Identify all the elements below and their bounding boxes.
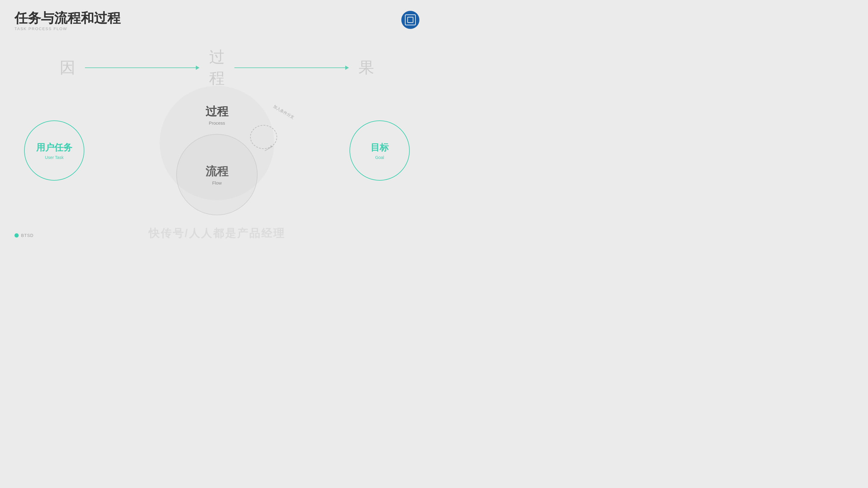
arrow-line-1 [85,67,196,68]
flow-inner-circle: 流程 Flow [176,134,257,215]
logo-icon [405,14,416,25]
footer-dot [14,233,19,237]
goal-en: Goal [375,155,384,160]
footer: BTSD [14,233,33,238]
user-task-en: User Task [45,155,64,160]
flow-zh: 流程 [206,164,228,179]
annotation-circle [250,125,277,149]
arrow-line-2 [235,67,345,68]
main-area: 用户任务 User Task 过程 Process 流程 Flow 加入条件分支… [0,75,434,226]
arrow-head-2 [345,66,349,70]
process-zh: 过程 [206,104,228,119]
header: 任务与流程和过程 TASK PROCESS FLOW [14,11,121,31]
watermark: 快传号/人人都是产品经理 [149,226,285,241]
goal-zh: 目标 [371,141,389,154]
logo [401,11,420,29]
process-label: 过程 Process [206,104,228,126]
center-diagram: 过程 Process 流程 Flow 加入条件分支 [132,86,301,215]
arrow-head-1 [196,66,199,70]
user-task-zh: 用户任务 [36,141,72,154]
user-task-circle: 用户任务 User Task [24,121,84,181]
flow-en: Flow [212,180,222,186]
flow-arrow-1 [85,66,199,70]
goal-circle: 目标 Goal [349,121,410,181]
flow-arrow-2 [235,66,349,70]
annotation-text: 加入条件分支 [272,104,295,121]
footer-brand: BTSD [21,233,33,238]
page-title-zh: 任务与流程和过程 [14,11,121,25]
page-title-en: TASK PROCESS FLOW [14,27,121,31]
process-en: Process [206,121,228,126]
